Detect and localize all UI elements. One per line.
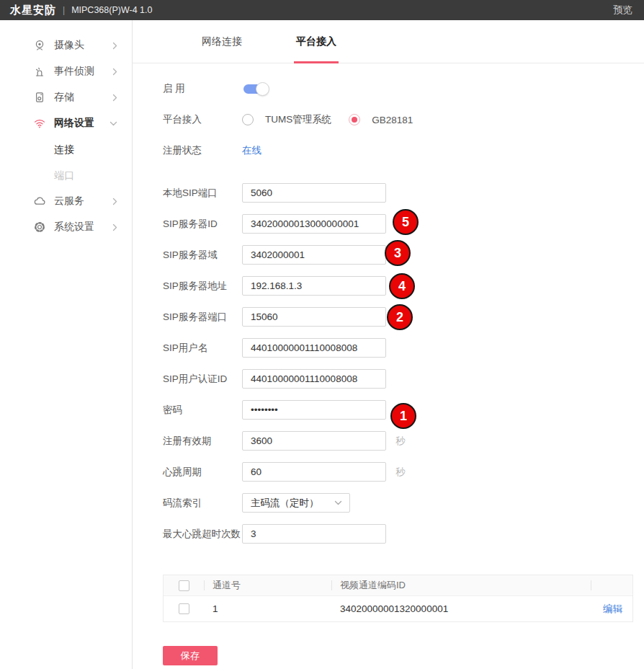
sidebar-item-label: 云服务	[54, 195, 84, 208]
sip-server-port-input[interactable]	[242, 307, 386, 327]
sidebar-item-label: 系统设置	[54, 221, 94, 234]
field-label: 本地SIP端口	[163, 187, 242, 200]
local-sip-port-row: 本地SIP端口	[163, 183, 644, 203]
radio-option-tums[interactable]: TUMS管理系统	[242, 113, 331, 126]
camera-icon	[33, 39, 46, 52]
preview-link[interactable]: 预览	[613, 4, 632, 17]
registration-status-label: 注册状态	[163, 144, 242, 157]
sidebar-item-storage[interactable]: 存储	[0, 84, 132, 110]
sip-server-domain-input[interactable]	[242, 245, 386, 265]
radio-label: GB28181	[372, 115, 413, 125]
cloud-icon	[33, 195, 46, 208]
sidebar-subitem-connection[interactable]: 连接	[0, 136, 132, 162]
enable-label: 启 用	[163, 82, 242, 95]
tab-platform-access[interactable]: 平台接入	[296, 20, 336, 63]
enable-toggle[interactable]	[243, 84, 267, 94]
field-label: 密码	[163, 404, 242, 417]
sip-server-id-input[interactable]	[242, 214, 386, 234]
chevron-right-icon	[112, 198, 117, 205]
registration-validity-row: 注册有效期 秒	[163, 431, 644, 451]
field-label: 注册有效期	[163, 435, 242, 448]
sidebar-item-cloud-service[interactable]: 云服务	[0, 188, 132, 214]
field-label: SIP服务器地址	[163, 280, 242, 293]
radio-option-gb28181[interactable]: GB28181	[349, 114, 413, 125]
table-row: 1 34020000001320000001 编辑	[164, 595, 632, 621]
brand-logo: 水星安防	[10, 4, 56, 17]
main-content: 网络连接 平台接入 启 用 平台接入 TUMS管理系统	[133, 20, 644, 669]
annotation-badge-2: 2	[387, 304, 413, 330]
sidebar-subitem-port[interactable]: 端口	[0, 162, 132, 188]
field-label: SIP服务器ID	[163, 218, 242, 231]
field-label: 码流索引	[163, 497, 242, 510]
cell-video-id: 34020000001320000001	[331, 603, 591, 614]
storage-icon	[33, 91, 46, 104]
unit-seconds: 秒	[395, 435, 406, 448]
local-sip-port-input[interactable]	[242, 183, 386, 203]
sidebar-item-system-settings[interactable]: 系统设置	[0, 214, 132, 240]
annotation-badge-1: 1	[390, 403, 416, 429]
event-detection-icon	[33, 65, 46, 78]
field-label: 最大心跳超时次数	[163, 528, 242, 541]
topbar: 水星安防 | MIPC368(P)W-4 1.0 预览	[0, 0, 644, 20]
tab-network-connection[interactable]: 网络连接	[202, 20, 242, 63]
table-header: 通道号 视频通道编码ID	[164, 575, 632, 595]
chevron-right-icon	[112, 223, 117, 231]
registration-status-value: 在线	[242, 144, 261, 157]
device-model: MIPC368(P)W-4 1.0	[71, 5, 152, 15]
heartbeat-period-input[interactable]	[242, 462, 386, 482]
toggle-knob	[256, 82, 269, 96]
brand-separator: |	[63, 5, 65, 15]
channel-table: 通道号 视频通道编码ID 1 34020000001320000001 编辑	[163, 575, 633, 622]
chevron-right-icon	[112, 68, 117, 76]
chevron-down-icon	[109, 121, 117, 126]
sip-username-row: SIP用户名	[163, 338, 644, 358]
registration-validity-input[interactable]	[242, 431, 386, 451]
save-button[interactable]: 保存	[163, 646, 218, 665]
heartbeat-period-row: 心跳周期 秒	[163, 462, 644, 482]
platform-access-form: 启 用 平台接入 TUMS管理系统 GB28181	[133, 63, 644, 544]
sidebar-item-network-settings[interactable]: 网络设置	[0, 110, 132, 136]
max-heartbeat-timeout-row: 最大心跳超时次数	[163, 524, 644, 544]
registration-status-row: 注册状态 在线	[163, 141, 644, 160]
platform-type-row: 平台接入 TUMS管理系统 GB28181	[163, 110, 644, 129]
radio-unchecked-icon[interactable]	[242, 114, 254, 125]
radio-label: TUMS管理系统	[265, 113, 331, 126]
sidebar-item-label: 摄像头	[54, 39, 84, 52]
field-label: SIP服务器端口	[163, 311, 242, 324]
sidebar-item-label: 存储	[54, 91, 74, 104]
sip-auth-id-row: SIP用户认证ID	[163, 369, 644, 389]
page: 水星安防 | MIPC368(P)W-4 1.0 预览 摄像头 事件侦	[0, 0, 644, 669]
field-label: SIP用户名	[163, 342, 242, 355]
tabbar: 网络连接 平台接入	[133, 20, 644, 63]
edit-link[interactable]: 编辑	[603, 603, 622, 614]
field-label: SIP用户认证ID	[163, 373, 242, 386]
field-label: 心跳周期	[163, 466, 242, 479]
select-all-checkbox[interactable]	[179, 580, 189, 591]
chevron-down-icon	[334, 500, 342, 505]
wifi-icon	[33, 117, 46, 130]
sidebar-item-event-detection[interactable]: 事件侦测	[0, 58, 132, 84]
sip-server-address-input[interactable]	[242, 276, 386, 296]
header-video-id: 视频通道编码ID	[331, 575, 591, 595]
layout: 摄像头 事件侦测 存储	[0, 20, 644, 669]
cell-channel: 1	[204, 603, 331, 614]
annotation-badge-4: 4	[389, 273, 415, 299]
sidebar-item-camera[interactable]: 摄像头	[0, 32, 132, 58]
sidebar-item-label: 事件侦测	[54, 65, 94, 78]
header-channel: 通道号	[204, 575, 331, 595]
stream-index-row: 码流索引 主码流（定时）	[163, 493, 644, 513]
password-input[interactable]	[242, 400, 386, 420]
row-checkbox[interactable]	[179, 603, 189, 614]
stream-index-select[interactable]: 主码流（定时）	[242, 493, 350, 513]
sidebar: 摄像头 事件侦测 存储	[0, 20, 133, 669]
chevron-right-icon	[112, 42, 117, 50]
platform-radio-group: TUMS管理系统 GB28181	[242, 113, 413, 126]
sip-auth-id-input[interactable]	[242, 369, 386, 389]
unit-seconds: 秒	[395, 466, 406, 479]
radio-checked-icon[interactable]	[349, 114, 360, 125]
platform-type-label: 平台接入	[163, 113, 242, 126]
sip-username-input[interactable]	[242, 338, 386, 358]
brand-group: 水星安防 | MIPC368(P)W-4 1.0	[10, 4, 152, 17]
max-heartbeat-timeout-input[interactable]	[242, 524, 386, 544]
select-value: 主码流（定时）	[251, 497, 319, 510]
